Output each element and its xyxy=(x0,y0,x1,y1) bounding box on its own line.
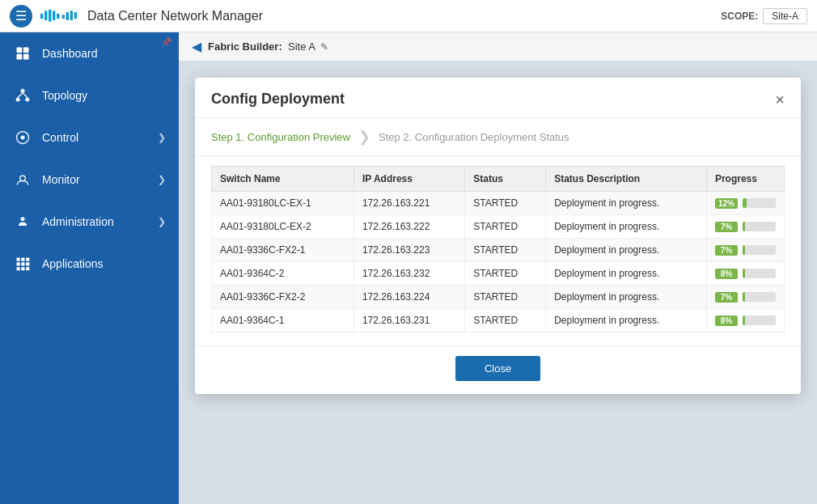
switch-name-cell: AA01-9364C-1 xyxy=(212,309,354,332)
svg-rect-0 xyxy=(40,13,43,19)
svg-rect-23 xyxy=(21,258,24,261)
progress-label: 7% xyxy=(715,222,738,232)
col-description: Status Description xyxy=(546,167,707,192)
svg-line-16 xyxy=(18,93,23,98)
svg-point-14 xyxy=(16,98,20,102)
app-title: Data Center Network Manager xyxy=(87,9,721,23)
status-cell: STARTED xyxy=(465,239,546,262)
svg-point-19 xyxy=(21,136,25,140)
monitor-expand-icon: ❯ xyxy=(158,174,166,185)
description-cell: Deployment in progress. xyxy=(546,215,707,239)
svg-rect-30 xyxy=(26,267,29,270)
progress-bar-bg xyxy=(743,316,776,325)
wizard-step-1[interactable]: Step 1. Configuration Preview xyxy=(211,131,350,143)
svg-rect-11 xyxy=(17,54,23,60)
modal-title: Config Deployment xyxy=(211,91,345,108)
modal-close-button[interactable]: × xyxy=(775,91,785,108)
description-cell: Deployment in progress. xyxy=(546,286,707,309)
progress-bar-bg xyxy=(743,292,776,302)
close-button[interactable]: Close xyxy=(455,356,540,381)
control-expand-icon: ❯ xyxy=(158,132,166,143)
status-cell: STARTED xyxy=(465,215,546,239)
switch-name-cell: AA01-9336C-FX2-1 xyxy=(212,239,354,262)
breadcrumb: Fabric Builder: Site A xyxy=(208,40,315,53)
progress-bar-fill xyxy=(743,222,745,231)
admin-icon xyxy=(13,212,32,231)
ip-cell: 172.26.163.221 xyxy=(353,192,464,215)
modal-body: Switch Name IP Address Status Status Des… xyxy=(195,156,801,345)
svg-rect-4 xyxy=(57,13,59,19)
progress-cell: 8% xyxy=(706,262,784,286)
table-row: AA01-93180LC-EX-2172.26.163.222STARTEDDe… xyxy=(212,215,785,239)
svg-rect-5 xyxy=(62,15,65,19)
progress-bar-bg xyxy=(743,222,776,231)
edit-icon[interactable]: ✎ xyxy=(320,41,328,53)
progress-cell: 12% xyxy=(706,192,784,215)
step2-label: Step 2. Configuration Deployment Status xyxy=(379,131,569,143)
table-row: AA01-93180LC-EX-1172.26.163.221STARTEDDe… xyxy=(212,192,785,215)
svg-rect-26 xyxy=(21,262,24,265)
svg-rect-12 xyxy=(23,54,29,60)
svg-rect-29 xyxy=(21,267,24,270)
ip-cell: 172.26.163.232 xyxy=(353,262,464,286)
sidebar-item-topology[interactable]: Topology xyxy=(0,74,179,116)
sidebar-label-topology: Topology xyxy=(42,89,166,102)
progress-bar-fill xyxy=(743,316,745,325)
svg-rect-6 xyxy=(66,12,69,20)
back-button[interactable]: ◀ xyxy=(192,39,201,54)
table-row: AA01-9364C-1172.26.163.231STARTEDDeploym… xyxy=(212,309,785,332)
switch-name-cell: AA01-93180LC-EX-2 xyxy=(212,215,354,239)
svg-rect-24 xyxy=(26,258,29,261)
svg-rect-3 xyxy=(53,11,55,20)
progress-bar-bg xyxy=(743,269,776,278)
svg-point-21 xyxy=(21,217,25,221)
ip-cell: 172.26.163.223 xyxy=(353,239,464,262)
status-cell: STARTED xyxy=(465,192,546,215)
progress-bar-bg xyxy=(743,198,776,208)
content-area: ◀ Fabric Builder: Site A ✎ Config Deploy… xyxy=(179,32,817,504)
modal-footer: Close xyxy=(195,345,801,394)
admin-expand-icon: ❯ xyxy=(158,216,166,227)
modal-header: Config Deployment × xyxy=(195,78,801,118)
wizard-steps: Step 1. Configuration Preview ❯ Step 2. … xyxy=(195,118,801,156)
svg-rect-8 xyxy=(74,12,77,19)
svg-rect-27 xyxy=(26,262,29,265)
main-layout: 📌 Dashboard To xyxy=(0,32,817,504)
ip-cell: 172.26.163.224 xyxy=(353,286,464,309)
pin-icon: 📌 xyxy=(161,37,172,48)
ip-cell: 172.26.163.222 xyxy=(353,215,464,239)
svg-rect-1 xyxy=(44,11,47,20)
sidebar-item-monitor[interactable]: Monitor ❯ xyxy=(0,159,179,201)
progress-label: 8% xyxy=(715,316,738,326)
table-row: AA01-9364C-2172.26.163.232STARTEDDeploym… xyxy=(212,262,785,286)
sidebar-item-administration[interactable]: Administration ❯ xyxy=(0,201,179,243)
switch-name-cell: AA01-9364C-2 xyxy=(212,262,354,286)
progress-bar-bg xyxy=(743,245,776,255)
svg-rect-10 xyxy=(23,48,29,53)
dashboard-icon xyxy=(13,44,32,63)
col-status: Status xyxy=(465,167,546,192)
status-cell: STARTED xyxy=(465,262,546,286)
sidebar-label-applications: Applications xyxy=(42,257,166,270)
svg-rect-7 xyxy=(70,11,73,20)
svg-point-13 xyxy=(21,89,25,93)
breadcrumb-site: Site A xyxy=(288,40,315,53)
svg-rect-25 xyxy=(17,262,20,265)
description-cell: Deployment in progress. xyxy=(546,309,707,332)
status-cell: STARTED xyxy=(465,286,546,309)
sidebar-item-applications[interactable]: Applications xyxy=(0,243,179,285)
sidebar-label-dashboard: Dashboard xyxy=(42,47,166,60)
sidebar-item-control[interactable]: Control ❯ xyxy=(0,116,179,159)
svg-line-17 xyxy=(23,93,28,98)
sidebar-item-dashboard[interactable]: 📌 Dashboard xyxy=(0,32,179,74)
cisco-logo xyxy=(40,8,81,24)
progress-cell: 7% xyxy=(706,286,784,309)
wizard-separator: ❯ xyxy=(358,128,370,146)
description-cell: Deployment in progress. xyxy=(546,192,707,215)
menu-icon[interactable]: ☰ xyxy=(10,5,32,28)
monitor-icon xyxy=(13,170,32,189)
sidebar-label-monitor: Monitor xyxy=(42,173,158,186)
progress-bar-fill xyxy=(743,198,747,208)
wizard-step-2[interactable]: Step 2. Configuration Deployment Status xyxy=(379,131,569,143)
control-icon xyxy=(13,128,32,147)
